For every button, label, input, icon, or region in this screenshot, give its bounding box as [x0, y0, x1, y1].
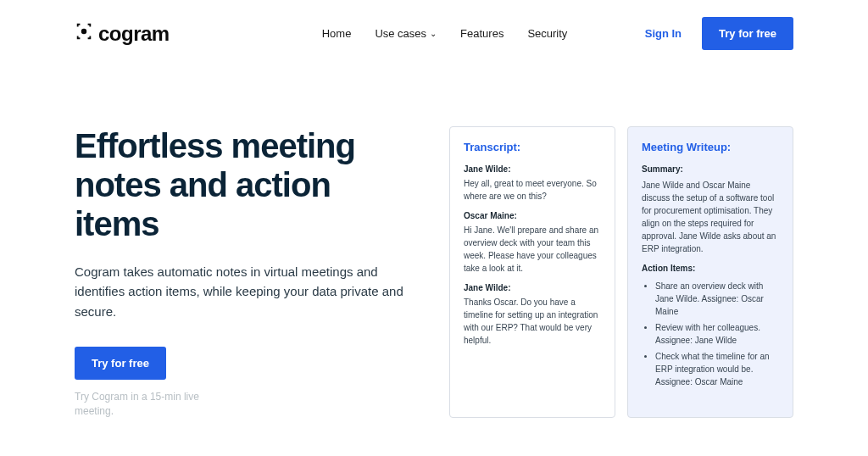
svg-point-0: [82, 29, 86, 33]
transcript-speaker: Oscar Maine:: [464, 209, 601, 222]
summary-text: Jane Wilde and Oscar Maine discuss the s…: [642, 179, 779, 255]
action-item: Check what the timeline for an ERP integ…: [655, 350, 779, 388]
hero-cta-wrap: Try for free: [75, 347, 407, 380]
transcript-title: Transcript:: [464, 139, 601, 156]
logo-text: cogram: [98, 22, 170, 46]
hero-content: Effortless meeting notes and action item…: [75, 126, 407, 418]
chevron-down-icon: ⌄: [430, 29, 437, 38]
summary-label: Summary:: [642, 163, 779, 175]
action-item: Review with her colleagues. Assignee: Ja…: [655, 321, 779, 347]
action-items-label: Action Items:: [642, 262, 779, 275]
nav-use-cases[interactable]: Use cases ⌄: [375, 27, 437, 40]
writeup-panel: Meeting Writeup: Summary: Jane Wilde and…: [627, 126, 793, 418]
hero-subtitle: Cogram takes automatic notes in virtual …: [75, 262, 407, 321]
nav: Home Use cases ⌄ Features Security: [322, 27, 568, 40]
transcript-text: Hi Jane. We'll prepare and share an over…: [464, 224, 601, 275]
logo[interactable]: cogram: [75, 22, 170, 46]
header-actions: Sign In Try for free: [645, 17, 793, 50]
hero-title: Effortless meeting notes and action item…: [75, 126, 407, 243]
writeup-title: Meeting Writeup:: [642, 139, 779, 156]
transcript-speaker: Jane Wilde:: [464, 163, 601, 175]
sign-in-link[interactable]: Sign In: [645, 27, 682, 40]
nav-security[interactable]: Security: [527, 27, 567, 40]
hero-note: Try Cogram in a 15-min live meeting.: [75, 390, 227, 419]
header: cogram Home Use cases ⌄ Features Securit…: [0, 0, 868, 58]
transcript-text: Hey all, great to meet everyone. So wher…: [464, 177, 601, 203]
hero: Effortless meeting notes and action item…: [0, 58, 868, 443]
transcript-panel: Transcript: Jane Wilde: Hey all, great t…: [449, 126, 615, 418]
action-items-list: Share an overview deck with Jane Wilde. …: [642, 280, 779, 388]
try-free-button[interactable]: Try for free: [702, 17, 793, 50]
hero-try-free-button[interactable]: Try for free: [75, 347, 166, 380]
action-item: Share an overview deck with Jane Wilde. …: [655, 280, 779, 318]
transcript-text: Thanks Oscar. Do you have a timeline for…: [464, 296, 601, 347]
logo-icon: [75, 22, 93, 46]
nav-features[interactable]: Features: [460, 27, 504, 40]
panels: Transcript: Jane Wilde: Hey all, great t…: [449, 126, 793, 418]
nav-home[interactable]: Home: [322, 27, 352, 40]
transcript-speaker: Jane Wilde:: [464, 281, 601, 294]
